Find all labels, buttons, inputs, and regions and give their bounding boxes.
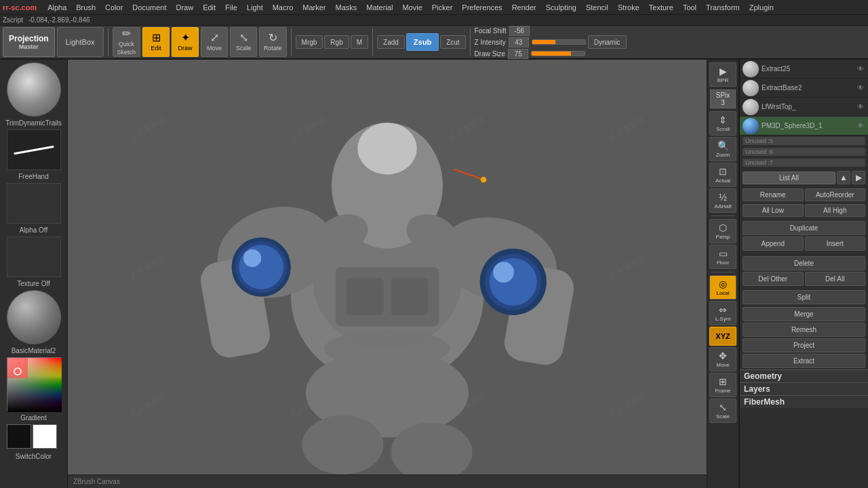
menu-edit[interactable]: Edit [199,2,220,13]
menu-picker[interactable]: Picker [428,2,457,13]
rotate-label: Rotate [264,45,282,52]
all-high-button[interactable]: All High [805,204,866,217]
move-button[interactable]: ⤢ Move [201,27,228,57]
aahalf-button[interactable]: ½ AAHalf [709,188,736,213]
draw-size-value[interactable]: 75 [508,49,528,59]
duplicate-button[interactable]: Duplicate [743,221,865,235]
subtool-pm3d[interactable]: PM3D_Sphere3D_1 👁 [740,117,868,136]
bpr-label: BPR [717,77,728,83]
append-button[interactable]: Append [743,237,804,251]
material-preview[interactable] [7,290,61,344]
rename-button[interactable]: Rename [743,188,804,201]
menu-zplugin[interactable]: Zplugin [745,2,778,13]
del-other-button[interactable]: Del Other [743,272,804,286]
texture-preview[interactable] [7,237,61,277]
dynamic-toggle[interactable]: Dynamic [588,35,627,49]
menu-brush[interactable]: Brush [72,2,100,13]
lsym-icon: ⇔ [719,304,727,315]
menu-stencil[interactable]: Stencil [582,2,612,13]
brush-preview[interactable] [7,62,61,117]
zsub-button[interactable]: Zsub [406,33,439,51]
menu-tool[interactable]: Tool [679,2,701,13]
zoom-button[interactable]: 🔍 Zoom [709,137,736,161]
menu-masks[interactable]: Masks [332,2,361,13]
fibermesh-section-header[interactable]: FiberMesh [740,395,868,408]
zadd-toggle[interactable]: Zadd [377,35,405,49]
alpha-preview[interactable] [7,183,61,224]
list-all-button[interactable]: List All [743,171,835,184]
arrow-up-button[interactable]: ▲ [837,171,850,184]
menu-preferences[interactable]: Preferences [458,2,506,13]
z-intensity-value[interactable]: 43 [509,37,529,47]
persp-button[interactable]: ⬡ Persp [709,219,736,243]
menu-macro[interactable]: Macro [269,2,298,13]
subtool-eye-extract25[interactable]: 👁 [856,64,865,74]
canvas-content[interactable]: 人人素材区 人人素材区 人人素材区 人人素材区 人人素材区 人人素材区 人人素材… [68,60,707,474]
floor-button[interactable]: ▭ Floor [709,245,736,269]
layers-section-header[interactable]: Layers [740,382,868,395]
zcut-toggle[interactable]: Zcut [440,35,465,49]
focal-shift-value[interactable]: -56 [509,26,530,36]
scale-button[interactable]: ⤡ Scale [230,27,257,57]
bpr-button[interactable]: ▶ BPR [709,62,736,87]
subtool-eye-extractbase2[interactable]: 👁 [856,83,865,93]
scroll-button[interactable]: ⇕ Scroll [709,111,736,136]
menu-movie[interactable]: Movie [398,2,426,13]
autoreorder-button[interactable]: AutoReorder [805,188,866,201]
menu-stroke[interactable]: Stroke [614,2,644,13]
menu-transform[interactable]: Transform [702,2,744,13]
del-all-button[interactable]: Del All [805,272,866,286]
rt-move-button[interactable]: ✥ Move [709,347,736,371]
menu-material[interactable]: Material [362,2,397,13]
stroke-preview[interactable] [7,129,61,170]
edit-button[interactable]: ⊞ Edit [142,27,170,57]
menu-draw[interactable]: Draw [172,2,197,13]
local-button[interactable]: ◎ Local [709,275,736,300]
arrow-down-button[interactable]: ▶ [852,171,865,184]
geometry-section-header[interactable]: Geometry [740,369,868,382]
spix-badge: SPix 3 [710,89,736,108]
subtool-eye-lfwrsttop[interactable]: 👁 [856,102,865,112]
menu-texture[interactable]: Texture [645,2,677,13]
insert-button[interactable]: Insert [805,237,866,251]
menu-color[interactable]: Color [101,2,127,13]
color-picker[interactable] [7,357,61,411]
menu-alpha[interactable]: Alpha [43,2,71,13]
actual-button[interactable]: ⊡ Actual [709,163,736,187]
menu-file[interactable]: File [221,2,241,13]
delete-button[interactable]: Delete [743,256,865,270]
subtool-eye-pm3d[interactable]: 👁 [856,121,865,131]
swatch-black[interactable] [7,424,31,449]
remesh-button[interactable]: Remesh [743,323,865,337]
intensity-bar[interactable] [532,39,586,45]
lsym-button[interactable]: ⇔ L.Sym [709,301,736,325]
menu-sculpting[interactable]: Sculpting [542,2,580,13]
project-button[interactable]: Project [743,338,865,352]
local-label: Local [716,290,729,296]
rotate-button[interactable]: ↻ Rotate [259,27,287,57]
extract-button[interactable]: Extract [743,354,865,368]
xyz-button[interactable]: XYZ [709,327,736,346]
subtool-extractbase2[interactable]: ExtractBase2 👁 [740,79,868,98]
split-button[interactable]: Split [743,290,865,304]
all-low-button[interactable]: All Low [743,204,804,217]
menu-render[interactable]: Render [508,2,540,13]
rt-scale-button[interactable]: ⤡ Scale [709,399,736,423]
menu-document[interactable]: Document [128,2,170,13]
menu-light[interactable]: Light [243,2,267,13]
projection-master-button[interactable]: Projection Master [3,27,55,57]
mrgb-toggle[interactable]: Mrgb [296,35,323,49]
merge-button[interactable]: Merge [743,307,865,321]
swatch-white[interactable] [33,424,57,449]
frame-button[interactable]: ⊞ Frame [709,373,736,397]
subtool-extract25[interactable]: Extract25 👁 [740,60,868,79]
zoom-icon: 🔍 [717,140,729,151]
lightbox-button[interactable]: LightBox [57,27,104,57]
draw-size-bar[interactable] [531,51,585,56]
rgb-toggle[interactable]: Rgb [324,35,349,49]
menu-marker[interactable]: Marker [298,2,330,13]
m-toggle[interactable]: M [351,35,368,49]
subtool-lfwrsttop[interactable]: LfWrstTop_ 👁 [740,98,868,117]
quick-sketch-button[interactable]: ✏ Quick Sketch [113,27,141,57]
draw-button[interactable]: ✦ Draw [172,27,199,57]
